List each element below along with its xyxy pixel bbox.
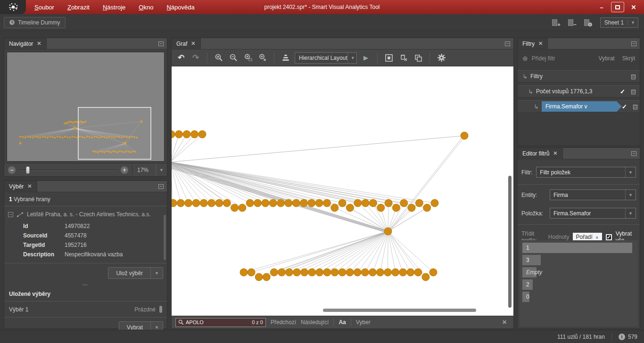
selected-edge-item[interactable]: Letiště Praha, a. s. - Czech Airlines Te… bbox=[4, 206, 167, 220]
saved-selection-row[interactable]: Výběr 1 Prázdné bbox=[4, 301, 167, 318]
tab-vyber[interactable]: Výběr ✕ bbox=[4, 181, 37, 192]
histogram-value-item[interactable]: 1 bbox=[522, 243, 632, 253]
menubar: SouborZobrazitNástrojeOknoNápověda bbox=[29, 2, 200, 13]
horizontal-scrollbar[interactable] bbox=[323, 309, 476, 312]
menu-nástroje[interactable]: Nástroje bbox=[97, 2, 131, 13]
remove-nodes-icon[interactable] bbox=[398, 52, 409, 64]
layout-selector[interactable]: Hierarchical Layout ▼ bbox=[295, 52, 357, 64]
close-tab-icon[interactable]: ✕ bbox=[27, 183, 32, 189]
add-filter-button[interactable]: Přidej filtr bbox=[532, 55, 555, 62]
close-tab-icon[interactable]: ✕ bbox=[191, 41, 195, 47]
filter-tree-row[interactable]: ↳ Filtry bbox=[518, 70, 640, 82]
next-button[interactable]: Následující bbox=[301, 319, 329, 326]
zoom-out-button[interactable]: − bbox=[8, 166, 16, 174]
menu-okno[interactable]: Okno bbox=[133, 2, 159, 13]
close-tab-icon[interactable]: ✕ bbox=[538, 41, 543, 47]
minimize-panel-icon[interactable] bbox=[631, 41, 636, 46]
close-button[interactable]: ✕ bbox=[627, 2, 640, 12]
select-results-button[interactable]: Vyber bbox=[356, 319, 371, 326]
timeline-dummy-button[interactable]: Timeline Dummy bbox=[4, 17, 66, 28]
minimize-panel-icon[interactable] bbox=[158, 41, 164, 46]
scrollbar-thumb[interactable] bbox=[159, 306, 162, 313]
select-all-checkbox[interactable]: ✓ bbox=[606, 234, 612, 240]
trash-icon[interactable] bbox=[631, 74, 636, 80]
graph-panel: Graf ✕ ↶ ↷ Hierarchical Layout ▼ ▶ bbox=[171, 38, 514, 329]
scrollbar-thumb[interactable] bbox=[164, 215, 166, 260]
search-input[interactable]: APOLO 0 z 0 bbox=[175, 318, 266, 327]
maximize-button[interactable] bbox=[611, 2, 624, 12]
trash-icon[interactable] bbox=[631, 89, 636, 95]
redo-button[interactable]: ↷ bbox=[190, 52, 201, 64]
previous-button[interactable]: Předchozí bbox=[271, 319, 296, 326]
zoom-reset-icon[interactable] bbox=[257, 52, 268, 64]
tab-editor-filtru[interactable]: Editor filtrů ✕ bbox=[518, 148, 563, 159]
minimize-panel-icon[interactable] bbox=[505, 41, 510, 46]
save-selection-button[interactable]: Ulož výběr ▼ bbox=[108, 267, 163, 279]
filters-hide-link[interactable]: Skrýt bbox=[622, 55, 635, 62]
zoom-to-selection-icon[interactable] bbox=[242, 52, 254, 64]
minimize-panel-icon[interactable] bbox=[631, 151, 636, 156]
entity-selector[interactable]: Firma ▼ bbox=[550, 189, 636, 200]
filter-tree-row-selected[interactable]: ↳ Firma.Semafor v ✓ bbox=[518, 100, 640, 113]
zoom-slider[interactable] bbox=[19, 170, 117, 171]
filter-type-selector[interactable]: Filtr položek ▼ bbox=[536, 167, 636, 178]
branch-arrow-icon: ↳ bbox=[522, 73, 528, 80]
close-search-icon[interactable]: ✕ bbox=[502, 319, 510, 326]
overview-icon[interactable] bbox=[383, 52, 395, 64]
search-icon bbox=[178, 319, 184, 325]
item-selector[interactable]: Firma.Semafor ▼ bbox=[550, 208, 636, 219]
close-tab-icon[interactable]: ✕ bbox=[553, 150, 557, 156]
check-icon[interactable]: ✓ bbox=[620, 88, 625, 95]
menu-nápověda[interactable]: Nápověda bbox=[161, 2, 200, 13]
remove-sheet-icon[interactable]: − bbox=[568, 19, 576, 26]
settings-gear-icon[interactable] bbox=[436, 52, 447, 64]
zoom-in-button[interactable]: + bbox=[121, 166, 128, 174]
sort-asc-icon: ▲ bbox=[595, 235, 599, 239]
histogram-value-item[interactable]: Empty bbox=[522, 267, 537, 278]
sort-by-values-option[interactable]: Hodnoty bbox=[548, 234, 570, 240]
minimize-button[interactable]: – bbox=[595, 2, 608, 12]
vertical-scrollbar[interactable] bbox=[508, 176, 512, 308]
filter-tree-row[interactable]: ↳ Počet vstupů 1776,1,3 ✓ bbox=[518, 85, 640, 98]
match-case-button[interactable]: Aa bbox=[339, 319, 346, 326]
chevron-down-icon: ▼ bbox=[625, 190, 636, 200]
trash-icon[interactable] bbox=[633, 104, 638, 110]
check-icon[interactable]: ✓ bbox=[622, 103, 627, 110]
graph-counts: 111 uzlů / 181 hran bbox=[557, 334, 605, 340]
add-sheet-icon[interactable]: + bbox=[552, 19, 560, 26]
zoom-slider-thumb[interactable] bbox=[26, 166, 30, 174]
run-layout-button[interactable]: ▶ bbox=[360, 52, 372, 64]
sheet-selector[interactable]: Sheet 1 ▼ bbox=[600, 17, 638, 28]
histogram-value-item[interactable]: 0 bbox=[522, 292, 529, 302]
histogram-value-item[interactable]: 2 bbox=[522, 279, 533, 290]
collapse-icon[interactable] bbox=[8, 212, 13, 217]
tab-navigator[interactable]: Navigátor ✕ bbox=[4, 38, 47, 49]
filters-select-link[interactable]: Vybrat bbox=[598, 55, 614, 62]
tab-filtry[interactable]: Filtry ✕ bbox=[518, 38, 548, 49]
graph-canvas[interactable] bbox=[172, 66, 513, 316]
splitter-handle[interactable]: ⋯ bbox=[4, 281, 167, 289]
tab-graf[interactable]: Graf ✕ bbox=[172, 38, 201, 49]
minimize-panel-icon[interactable] bbox=[158, 184, 164, 189]
search-value: APOLO bbox=[186, 319, 250, 325]
filter-label: Filtr: bbox=[521, 169, 532, 176]
menu-zobrazit[interactable]: Zobrazit bbox=[62, 2, 95, 13]
sheet-settings-icon[interactable]: ⚙ bbox=[584, 19, 592, 26]
layout-icon[interactable] bbox=[280, 52, 291, 64]
menu-soubor[interactable]: Soubor bbox=[29, 2, 60, 13]
maximize-icon bbox=[615, 5, 620, 9]
property-row: DescriptionNespecifikovaná vazba bbox=[4, 250, 167, 259]
zoom-in-icon[interactable] bbox=[213, 52, 224, 64]
copy-icon[interactable] bbox=[413, 52, 424, 64]
histogram-value-item[interactable]: 3 bbox=[522, 255, 541, 265]
undo-button[interactable]: ↶ bbox=[175, 52, 187, 64]
edge-icon bbox=[17, 212, 24, 217]
zoom-level-selector[interactable]: 17% ▼ bbox=[132, 163, 167, 176]
add-filter-icon[interactable]: ⊕ bbox=[522, 55, 528, 62]
minimap[interactable] bbox=[7, 52, 165, 162]
minimap-viewport[interactable] bbox=[78, 107, 151, 159]
close-tab-icon[interactable]: ✕ bbox=[37, 41, 41, 47]
filter-editor-panel: Editor filtrů ✕ Filtr: Filtr položek ▼ E… bbox=[517, 147, 640, 329]
info-icon[interactable]: i bbox=[619, 334, 625, 340]
zoom-out-icon[interactable] bbox=[228, 52, 239, 64]
